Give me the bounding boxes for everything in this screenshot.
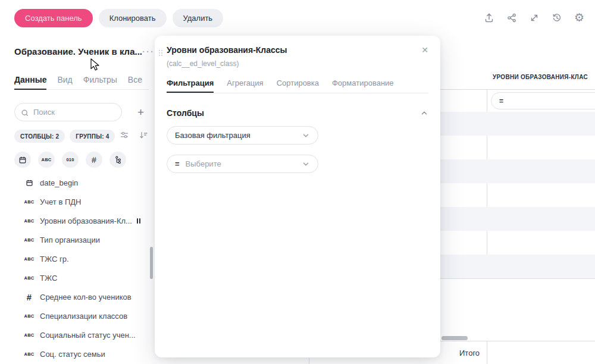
columns-count-badge[interactable]: СТОЛБЦЫ: 2 [14,130,65,143]
column-divider [309,358,309,364]
table-divider [440,89,595,90]
clone-button[interactable]: Клонировать [99,9,167,27]
filter-type-select[interactable]: Базовая фильтрация [167,126,318,145]
number-field-icon: # [24,292,35,302]
column-filter-input[interactable]: = [491,92,595,109]
date-type-filter[interactable] [14,152,31,168]
number-type-filter[interactable]: # [86,152,102,168]
add-field-button[interactable]: + [137,106,144,118]
field-row[interactable]: ABC Специализации классов [14,306,145,325]
tab-filters[interactable]: Фильтры [83,75,117,90]
expand-icon[interactable] [529,12,540,23]
table-row [440,159,595,183]
field-row[interactable]: ABC Учет в ПДН [14,192,145,211]
table-row [440,255,595,278]
preview-table: УРОВНИ ОБРАЗОВАНИЯ-КЛАС = Итого [440,36,595,364]
table-row [440,183,595,207]
table-row [440,112,595,136]
settings-icon[interactable]: ⚙ [574,12,584,23]
filter-settings-icon[interactable] [120,130,129,142]
field-row[interactable]: ABC ТЖС гр. [14,249,145,268]
top-toolbar: Создать панель Клонировать Удалить ⚙ [0,0,595,36]
text-field-icon: ABC [24,313,35,319]
sidebar-tabs: Данные Вид Фильтры Все [14,75,149,90]
text-field-icon: ABC [24,199,35,205]
table-row [440,136,595,159]
value-placeholder: Выберите [186,159,221,168]
chevron-down-icon [302,131,310,140]
drag-handle-icon[interactable] [159,50,162,56]
hierarchy-type-filter[interactable] [109,152,126,168]
tab-aggregation[interactable]: Агрегация [227,79,263,93]
text-field-icon: ABC [24,275,35,281]
columns-section-title: Столбцы [167,108,204,118]
date-field-icon [24,179,35,187]
sidebar-scrollbar[interactable] [150,247,153,279]
share-icon[interactable] [506,12,517,23]
create-panel-button[interactable]: Создать панель [14,9,93,27]
table-row [440,207,595,231]
modal-title: Уровни образования-Классы [167,45,287,55]
dataset-sidebar: Образование. Ученик в кла... ··· Данные … [0,36,155,364]
text-field-icon: ABC [24,352,35,357]
chevron-down-icon [302,160,310,168]
dataset-menu-button[interactable]: ··· [142,46,155,57]
total-row-label: Итого [459,349,480,357]
text-field-icon: ABC [24,332,35,338]
tab-sorting[interactable]: Сортировка [277,79,319,93]
tab-view[interactable]: Вид [57,75,72,90]
text-field-icon: ABC [24,237,35,243]
field-list: date_begin ABC Учет в ПДН ABC Уровни обр… [14,173,145,363]
field-type-filter-row: ABC 010 # [14,152,126,168]
field-row[interactable]: ABC Социальный статус учен... [14,325,145,344]
field-row-selected[interactable]: ABC Уровни образования-Кл... [14,211,145,230]
chevron-up-icon[interactable] [420,109,428,117]
modal-subtitle: (calc__ed_level_class) [167,59,239,68]
table-row [440,231,595,255]
horizontal-scrollbar[interactable] [441,336,468,340]
preview-column-header: УРОВНИ ОБРАЗОВАНИЯ-КЛАС [493,74,588,80]
tab-formatting[interactable]: Форматирование [332,79,394,93]
operator-label: = [175,159,180,168]
toolbar-icon-group: ⚙ [484,12,584,23]
delete-button[interactable]: Удалить [173,9,224,27]
field-row[interactable]: # Среднее кол-во учеников [14,287,145,306]
column-divider [487,341,487,364]
tab-all[interactable]: Все [128,75,142,90]
field-search [14,103,122,121]
table-rows [440,112,595,279]
field-row[interactable]: ABC ТЖС [14,268,145,287]
tab-filtering[interactable]: Фильтрация [167,79,214,93]
text-field-icon: ABC [24,218,35,224]
dataset-title: Образование. Ученик в кла... [14,46,142,57]
search-input[interactable] [14,103,122,121]
total-row-divider [440,341,595,341]
field-settings-modal: Уровни образования-Классы (calc__ed_leve… [155,36,440,357]
sort-icon[interactable] [139,130,148,142]
export-icon[interactable] [484,12,494,23]
tab-data[interactable]: Данные [14,75,46,90]
field-usage-indicator-icon [137,218,140,224]
text-type-filter[interactable]: ABC [38,152,55,168]
close-icon[interactable]: ✕ [421,45,428,55]
boolean-type-filter[interactable]: 010 [62,152,79,168]
field-row[interactable]: ABC Соц. статус семьи [14,344,145,363]
field-row[interactable]: date_begin [14,173,145,192]
filter-value-select[interactable]: = Выберите [167,155,318,173]
field-row[interactable]: ABC Тип организации [14,230,145,249]
modal-tabs: Фильтрация Агрегация Сортировка Форматир… [167,79,428,93]
groups-count-badge[interactable]: ГРУППЫ: 4 [70,130,115,143]
text-field-icon: ABC [24,256,35,262]
history-icon[interactable] [552,12,562,23]
search-icon [21,108,29,119]
